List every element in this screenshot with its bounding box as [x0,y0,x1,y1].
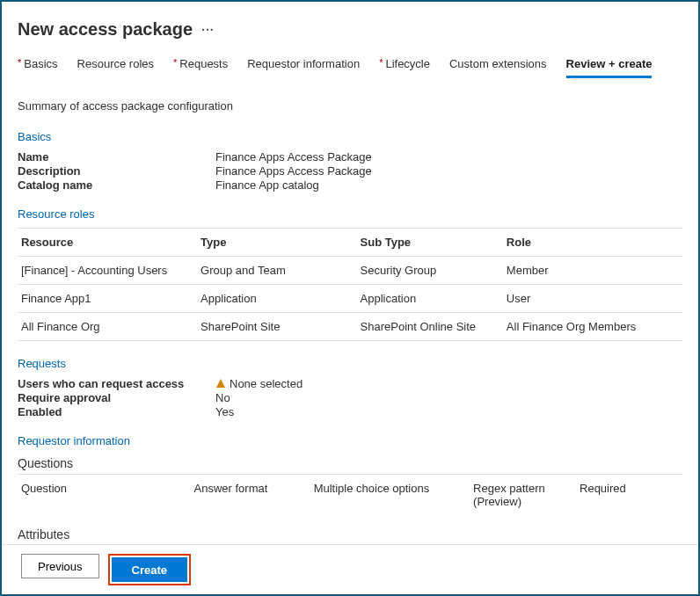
svg-marker-0 [216,379,225,388]
table-cell: All Finance Org [18,313,197,341]
previous-button[interactable]: Previous [21,554,99,578]
tab-custom-extensions[interactable]: Custom extensions [449,57,547,78]
tab-bar: Basics Resource roles Requests Requestor… [18,57,682,78]
attributes-subheader: Attributes [18,527,682,541]
warning-icon [215,377,226,390]
table-cell: Member [503,257,682,285]
table-cell: SharePoint Online Site [357,313,503,341]
table-cell: Application [357,285,503,313]
resource-roles-table: Resource Type Sub Type Role [Finance] - … [18,228,682,341]
tab-basics[interactable]: Basics [18,57,58,78]
tab-resource-roles[interactable]: Resource roles [77,57,154,78]
create-highlight: Create [108,554,191,585]
q-col-multiple-choice: Multiple choice options [310,475,470,516]
rr-col-subtype: Sub Type [357,229,503,257]
q-col-regex: Regex pattern (Preview) [470,475,576,516]
rr-col-role: Role [503,229,682,257]
table-cell: Security Group [357,257,503,285]
rr-col-resource: Resource [18,229,197,257]
requests-enabled-value: Yes [215,405,682,418]
table-cell: Group and Team [197,257,356,285]
table-row: [Finance] - Accounting UsersGroup and Te… [18,257,682,285]
summary-intro: Summary of access package configuration [18,99,682,113]
table-row: Finance App1ApplicationApplicationUser [18,285,682,313]
requests-users-label: Users who can request access [18,377,215,390]
tab-review-create[interactable]: Review + create [566,57,653,78]
basics-description-label: Description [18,164,215,178]
table-cell: Finance App1 [18,285,197,313]
q-col-question: Question [18,475,191,516]
basics-catalog-value: Finance App catalog [215,178,682,192]
table-cell: User [503,285,682,313]
section-basics-header: Basics [18,130,682,143]
basics-description-value: Finance Apps Access Package [215,164,682,178]
tab-requests[interactable]: Requests [173,57,228,78]
requests-enabled-label: Enabled [18,405,215,418]
section-resource-roles-header: Resource roles [18,207,682,221]
questions-subheader: Questions [18,456,682,470]
page-title-more-icon[interactable]: ··· [201,23,215,37]
requests-users-value: None selected [230,377,303,390]
q-col-required: Required [576,475,682,516]
create-button[interactable]: Create [112,557,187,582]
tab-lifecycle[interactable]: Lifecycle [379,57,430,78]
questions-table: Question Answer format Multiple choice o… [18,474,682,515]
table-cell: SharePoint Site [197,313,356,341]
tab-requestor-info[interactable]: Requestor information [247,57,360,78]
q-col-answer-format: Answer format [191,475,310,516]
requests-approval-label: Require approval [18,391,215,404]
rr-col-type: Type [197,229,356,257]
page-title: New access package ··· [18,19,682,40]
section-requests-header: Requests [18,357,682,370]
basics-catalog-label: Catalog name [18,178,215,192]
table-cell: [Finance] - Accounting Users [18,257,197,285]
requests-approval-value: No [215,391,682,404]
basics-name-value: Finance Apps Access Package [215,150,682,164]
table-row: All Finance OrgSharePoint SiteSharePoint… [18,313,682,341]
footer-bar: Previous Create [2,544,698,594]
table-cell: Application [197,285,356,313]
table-cell: All Finance Org Members [503,313,682,341]
page-title-text: New access package [18,19,193,40]
basics-name-label: Name [18,150,215,164]
section-requestor-info-header: Requestor information [18,434,682,447]
